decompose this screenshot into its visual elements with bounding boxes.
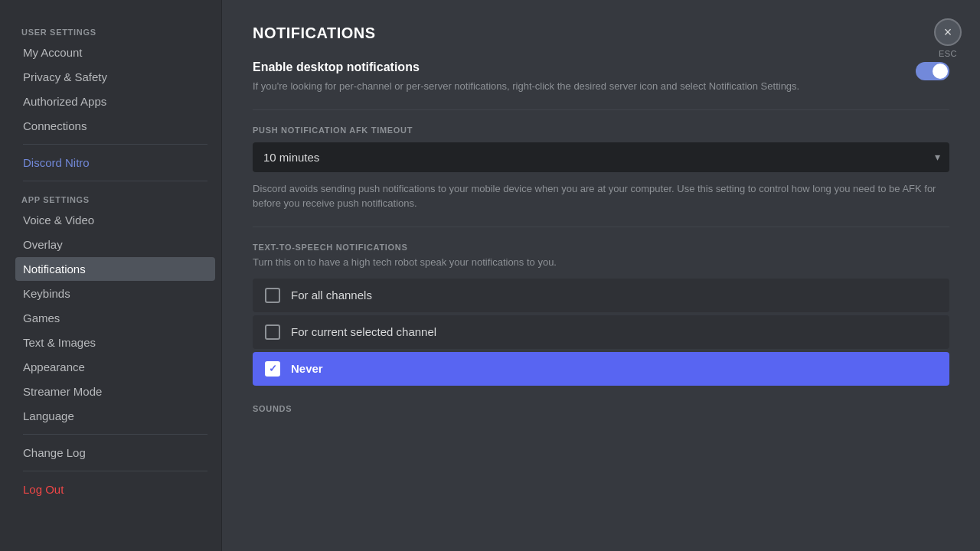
tts-option-current-channel[interactable]: For current selected channel	[253, 315, 949, 349]
sidebar-item-my-account[interactable]: My Account	[15, 41, 215, 64]
desktop-notifications-info: Enable desktop notifications If you're l…	[253, 60, 916, 94]
afk-timeout-section-label: PUSH NOTIFICATION AFK TIMEOUT	[253, 126, 949, 135]
sidebar-item-change-log[interactable]: Change Log	[15, 441, 215, 465]
close-button[interactable]: ×	[934, 18, 962, 46]
close-btn-area: × ESC	[934, 18, 962, 58]
sidebar-item-privacy-safety[interactable]: Privacy & Safety	[15, 65, 215, 89]
sidebar-divider-1	[23, 144, 207, 145]
sidebar-item-overlay[interactable]: Overlay	[15, 233, 215, 256]
sidebar-item-discord-nitro[interactable]: Discord Nitro	[15, 151, 215, 174]
esc-label: ESC	[939, 49, 957, 58]
afk-timeout-desc: Discord avoids sending push notification…	[253, 181, 949, 211]
sidebar-item-games[interactable]: Games	[15, 306, 215, 330]
afk-timeout-dropdown-wrapper: 1 minute 5 minutes 10 minutes 15 minutes…	[253, 142, 949, 172]
toggle-knob	[933, 64, 948, 79]
sidebar-item-text-images[interactable]: Text & Images	[15, 331, 215, 354]
tts-label-all-channels: For all channels	[291, 289, 372, 302]
divider-1	[253, 109, 949, 110]
tts-section: TEXT-TO-SPEECH NOTIFICATIONS Turn this o…	[253, 243, 949, 386]
divider-2	[253, 227, 949, 227]
user-settings-section-label: USER SETTINGS	[15, 20, 215, 40]
desktop-notifications-desc: If you're looking for per-channel or per…	[253, 79, 900, 94]
afk-timeout-select[interactable]: 1 minute 5 minutes 10 minutes 15 minutes…	[253, 142, 949, 172]
tts-desc: Turn this on to have a high tech robot s…	[253, 256, 949, 268]
sidebar-divider-2	[23, 181, 207, 181]
sidebar-item-voice-video[interactable]: Voice & Video	[15, 208, 215, 232]
sidebar-item-language[interactable]: Language	[15, 404, 215, 428]
sidebar-item-notifications[interactable]: Notifications	[15, 257, 215, 281]
main-content: × ESC NOTIFICATIONS Enable desktop notif…	[222, 0, 980, 551]
desktop-notifications-label: Enable desktop notifications	[253, 60, 900, 74]
app-settings-section-label: APP SETTINGS	[15, 187, 215, 207]
sidebar-divider-3	[23, 434, 207, 435]
sidebar-item-connections[interactable]: Connections	[15, 114, 215, 138]
sidebar-item-keybinds[interactable]: Keybinds	[15, 282, 215, 305]
tts-checkbox-all-channels	[265, 288, 280, 303]
sidebar: USER SETTINGS My Account Privacy & Safet…	[0, 0, 222, 551]
desktop-notifications-row: Enable desktop notifications If you're l…	[253, 60, 949, 94]
sidebar-divider-4	[23, 471, 207, 471]
desktop-notifications-toggle[interactable]	[916, 62, 949, 80]
tts-label-never: Never	[291, 362, 323, 375]
sidebar-item-streamer-mode[interactable]: Streamer Mode	[15, 380, 215, 403]
tts-option-all-channels[interactable]: For all channels	[253, 279, 949, 312]
page-title: NOTIFICATIONS	[253, 24, 949, 42]
sidebar-item-appearance[interactable]: Appearance	[15, 355, 215, 379]
tts-label-current-channel: For current selected channel	[291, 325, 436, 338]
tts-checkbox-current-channel	[265, 324, 280, 340]
tts-section-label: TEXT-TO-SPEECH NOTIFICATIONS	[253, 243, 949, 252]
tts-option-never[interactable]: ✓ Never	[253, 352, 949, 386]
close-icon: ×	[944, 24, 952, 41]
sidebar-item-log-out[interactable]: Log Out	[15, 478, 215, 501]
tts-checkbox-never: ✓	[265, 361, 280, 377]
sounds-section-label: SOUNDS	[253, 404, 949, 413]
sidebar-item-authorized-apps[interactable]: Authorized Apps	[15, 90, 215, 113]
checkmark-icon: ✓	[269, 363, 277, 374]
